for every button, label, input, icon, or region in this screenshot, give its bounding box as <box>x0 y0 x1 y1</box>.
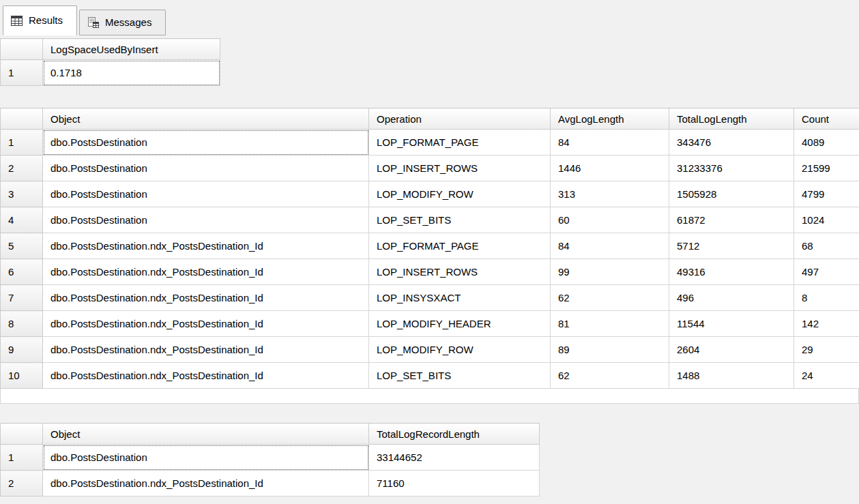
grid-cell[interactable]: LOP_SET_BITS <box>369 207 551 233</box>
grid-cell[interactable]: 343476 <box>669 130 794 155</box>
grid-cell[interactable]: dbo.PostsDestination <box>43 155 369 181</box>
select-all-corner[interactable] <box>1 424 43 445</box>
grid-cell[interactable]: LOP_MODIFY_ROW <box>369 337 551 363</box>
grid-cell[interactable]: dbo.PostsDestination <box>43 181 369 207</box>
row-number[interactable]: 1 <box>1 445 43 471</box>
grid-cell[interactable]: dbo.PostsDestination.ndx_PostsDestinatio… <box>43 285 369 311</box>
row-number[interactable]: 6 <box>1 259 43 285</box>
table-row: 10.1718 <box>1 60 220 86</box>
grid-cell[interactable]: 2604 <box>669 337 794 363</box>
grid-cell[interactable]: 4799 <box>794 181 859 207</box>
grid-cell[interactable]: LOP_INSERT_ROWS <box>369 259 551 285</box>
tab-messages-label: Messages <box>105 16 151 29</box>
column-header-avgloglength[interactable]: AvgLogLength <box>551 108 669 130</box>
grid-cell[interactable]: LOP_FORMAT_PAGE <box>369 233 551 259</box>
row-number[interactable]: 8 <box>1 311 43 337</box>
grid-cell[interactable]: 81 <box>551 311 669 337</box>
grid-cell[interactable]: 21599 <box>794 155 859 181</box>
column-header-object[interactable]: Object <box>43 108 369 130</box>
grid-cell[interactable]: dbo.PostsDestination <box>43 130 369 155</box>
grid-cell[interactable]: LOP_INSERT_ROWS <box>369 155 551 181</box>
log-space-used-grid: LogSpaceUsedByInsert10.1718 <box>0 38 220 86</box>
grid-cell[interactable]: 1446 <box>551 155 669 181</box>
grid-cell[interactable]: dbo.PostsDestination.ndx_PostsDestinatio… <box>43 363 369 389</box>
grid-cell[interactable]: dbo.PostsDestination <box>43 207 369 233</box>
grid-cell[interactable]: dbo.PostsDestination.ndx_PostsDestinatio… <box>43 259 369 285</box>
row-number[interactable]: 3 <box>1 181 43 207</box>
grid-cell[interactable]: 1505928 <box>669 181 794 207</box>
column-header-object[interactable]: Object <box>43 424 369 445</box>
grid-cell[interactable]: 84 <box>551 233 669 259</box>
grid-cell[interactable]: 142 <box>794 311 859 337</box>
grid-cell[interactable]: LOP_SET_BITS <box>369 363 551 389</box>
column-header-totallogrecordlength[interactable]: TotalLogRecordLength <box>369 424 540 445</box>
column-header-logspaceusedbyinsert[interactable]: LogSpaceUsedByInsert <box>43 39 220 60</box>
grid-cell[interactable]: 11544 <box>669 311 794 337</box>
grid-cell[interactable]: 71160 <box>369 471 540 496</box>
row-number[interactable]: 2 <box>1 471 43 496</box>
row-number[interactable]: 2 <box>1 155 43 181</box>
row-number[interactable]: 10 <box>1 363 43 389</box>
result-grid-totals: ObjectTotalLogRecordLength1dbo.PostsDest… <box>0 423 540 496</box>
column-header-operation[interactable]: Operation <box>369 108 551 130</box>
row-number[interactable]: 4 <box>1 207 43 233</box>
result-grid-log-space: LogSpaceUsedByInsert10.1718 <box>0 38 220 86</box>
grid-cell[interactable]: dbo.PostsDestination.ndx_PostsDestinatio… <box>43 311 369 337</box>
grid-cell[interactable]: 29 <box>794 337 859 363</box>
messages-icon <box>87 17 99 28</box>
grid-cell[interactable]: 497 <box>794 259 859 285</box>
results-pane-tab-strip: Results Messages <box>0 0 859 35</box>
grid-cell[interactable]: 60 <box>551 207 669 233</box>
tab-results[interactable]: Results <box>3 5 77 35</box>
row-number[interactable]: 1 <box>1 130 43 155</box>
row-number[interactable]: 5 <box>1 233 43 259</box>
grid-cell[interactable]: 62 <box>551 363 669 389</box>
grid-cell[interactable]: 313 <box>551 181 669 207</box>
select-all-corner[interactable] <box>1 108 43 130</box>
table-row: 1dbo.PostsDestinationLOP_FORMAT_PAGE8434… <box>1 130 859 155</box>
table-row: 5dbo.PostsDestination.ndx_PostsDestinati… <box>1 233 859 259</box>
tab-messages[interactable]: Messages <box>79 10 166 35</box>
table-row: 3dbo.PostsDestinationLOP_MODIFY_ROW31315… <box>1 181 859 207</box>
grid-cell[interactable]: 99 <box>551 259 669 285</box>
grid-cell[interactable]: 1024 <box>794 207 859 233</box>
grid-cell[interactable]: dbo.PostsDestination.ndx_PostsDestinatio… <box>43 337 369 363</box>
grid-cell[interactable]: 33144652 <box>369 445 540 471</box>
grid-cell[interactable]: 68 <box>794 233 859 259</box>
table-row: 8dbo.PostsDestination.ndx_PostsDestinati… <box>1 311 859 337</box>
grid-cell[interactable]: dbo.PostsDestination.ndx_PostsDestinatio… <box>43 233 369 259</box>
grid-cell[interactable]: 4089 <box>794 130 859 155</box>
grid-cell[interactable]: dbo.PostsDestination.ndx_PostsDestinatio… <box>43 471 369 496</box>
grid-empty-area <box>0 389 859 404</box>
grid-cell[interactable]: 1488 <box>669 363 794 389</box>
grid-cell[interactable]: 8 <box>794 285 859 311</box>
grid-cell[interactable]: 49316 <box>669 259 794 285</box>
row-number[interactable]: 7 <box>1 285 43 311</box>
column-header-totalloglength[interactable]: TotalLogLength <box>669 108 794 130</box>
table-row: 9dbo.PostsDestination.ndx_PostsDestinati… <box>1 337 859 363</box>
grid-cell[interactable]: 24 <box>794 363 859 389</box>
grid-cell[interactable]: dbo.PostsDestination <box>43 445 369 471</box>
grid-cell[interactable]: 496 <box>669 285 794 311</box>
table-row: 1dbo.PostsDestination33144652 <box>1 445 540 471</box>
grid-cell[interactable]: LOP_INSYSXACT <box>369 285 551 311</box>
grid-cell[interactable]: 0.1718 <box>43 60 220 86</box>
row-number[interactable]: 9 <box>1 337 43 363</box>
table-row: 2dbo.PostsDestination.ndx_PostsDestinati… <box>1 471 540 496</box>
results-grid-icon <box>11 16 23 26</box>
select-all-corner[interactable] <box>1 39 43 60</box>
grid-cell[interactable]: 61872 <box>669 207 794 233</box>
column-header-count[interactable]: Count <box>794 108 859 130</box>
log-operations-grid: ObjectOperationAvgLogLengthTotalLogLengt… <box>0 108 859 389</box>
grid-cell[interactable]: 84 <box>551 130 669 155</box>
row-number[interactable]: 1 <box>1 60 43 86</box>
grid-cell[interactable]: 62 <box>551 285 669 311</box>
grid-cell[interactable]: LOP_MODIFY_ROW <box>369 181 551 207</box>
total-log-record-grid: ObjectTotalLogRecordLength1dbo.PostsDest… <box>0 423 540 496</box>
grid-cell[interactable]: LOP_MODIFY_HEADER <box>369 311 551 337</box>
table-row: 10dbo.PostsDestination.ndx_PostsDestinat… <box>1 363 859 389</box>
grid-cell[interactable]: 5712 <box>669 233 794 259</box>
grid-cell[interactable]: LOP_FORMAT_PAGE <box>369 130 551 155</box>
grid-cell[interactable]: 31233376 <box>669 155 794 181</box>
grid-cell[interactable]: 89 <box>551 337 669 363</box>
